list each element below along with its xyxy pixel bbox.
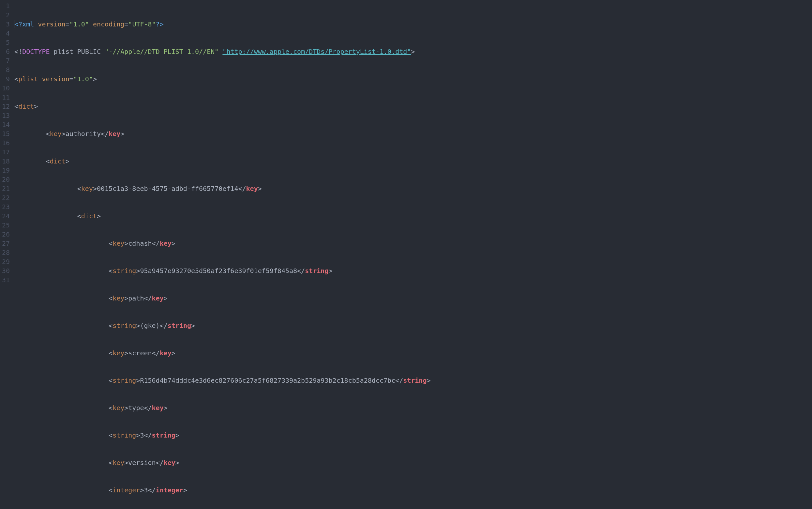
line-number: 18 bbox=[2, 157, 10, 166]
line-number: 13 bbox=[2, 111, 10, 120]
line-number-gutter: 1 2 3 4 5 6 7 8 9 10 11 12 13 14 15 16 1… bbox=[0, 0, 12, 509]
line-number: 9 bbox=[2, 74, 10, 83]
code-line[interactable]: <!DOCTYPE plist PUBLIC "-//Apple//DTD PL… bbox=[14, 47, 431, 56]
line-number: 20 bbox=[2, 175, 10, 184]
line-number: 23 bbox=[2, 202, 10, 211]
line-number: 21 bbox=[2, 184, 10, 193]
code-line[interactable]: <key>cdhash</key> bbox=[14, 239, 431, 248]
code-line[interactable]: <key>0015c1a3-8eeb-4575-adbd-ff665770ef1… bbox=[14, 184, 431, 193]
code-line[interactable]: <dict> bbox=[14, 211, 431, 220]
code-line[interactable]: <string>95a9457e93270e5d50af23f6e39f01ef… bbox=[14, 266, 431, 275]
code-line[interactable]: <key>path</key> bbox=[14, 294, 431, 303]
line-number: 5 bbox=[2, 38, 10, 47]
code-editor[interactable]: <?xml version="1.0" encoding="UTF-8"?> <… bbox=[12, 0, 431, 509]
line-number: 4 bbox=[2, 29, 10, 38]
line-number: 11 bbox=[2, 93, 10, 102]
code-line[interactable]: <key>type</key> bbox=[14, 403, 431, 412]
line-number: 1 bbox=[2, 1, 10, 10]
line-number: 29 bbox=[2, 257, 10, 266]
code-line[interactable]: <key>screen</key> bbox=[14, 348, 431, 358]
line-number: 14 bbox=[2, 120, 10, 129]
code-line[interactable]: <string>3</string> bbox=[14, 431, 431, 440]
line-number: 30 bbox=[2, 266, 10, 275]
line-number: 8 bbox=[2, 65, 10, 74]
line-number: 2 bbox=[2, 10, 10, 20]
line-number: 6 bbox=[2, 47, 10, 56]
code-line[interactable]: <?xml version="1.0" encoding="UTF-8"?> bbox=[14, 20, 431, 29]
line-number: 19 bbox=[2, 166, 10, 175]
code-line[interactable]: <key>version</key> bbox=[14, 458, 431, 467]
line-number: 31 bbox=[2, 275, 10, 284]
line-number: 15 bbox=[2, 129, 10, 138]
line-number: 12 bbox=[2, 102, 10, 111]
code-line[interactable]: <integer>3</integer> bbox=[14, 485, 431, 495]
line-number: 28 bbox=[2, 248, 10, 257]
code-line[interactable]: <plist version="1.0"> bbox=[14, 74, 431, 83]
line-number: 16 bbox=[2, 138, 10, 147]
code-line[interactable]: <string>(gke)</string> bbox=[14, 321, 431, 330]
code-line[interactable]: <dict> bbox=[14, 157, 431, 166]
line-number: 26 bbox=[2, 230, 10, 239]
line-number: 22 bbox=[2, 193, 10, 202]
line-number: 24 bbox=[2, 211, 10, 220]
line-number: 27 bbox=[2, 239, 10, 248]
code-line[interactable]: <key>authority</key> bbox=[14, 129, 431, 138]
line-number: 10 bbox=[2, 83, 10, 93]
line-number: 17 bbox=[2, 147, 10, 157]
code-line[interactable]: <dict> bbox=[14, 102, 431, 111]
line-number: 25 bbox=[2, 220, 10, 230]
line-number: 7 bbox=[2, 56, 10, 65]
code-line[interactable]: <string>R156d4b74dddc4e3d6ec827606c27a5f… bbox=[14, 376, 431, 385]
line-number: 3 bbox=[2, 20, 10, 29]
